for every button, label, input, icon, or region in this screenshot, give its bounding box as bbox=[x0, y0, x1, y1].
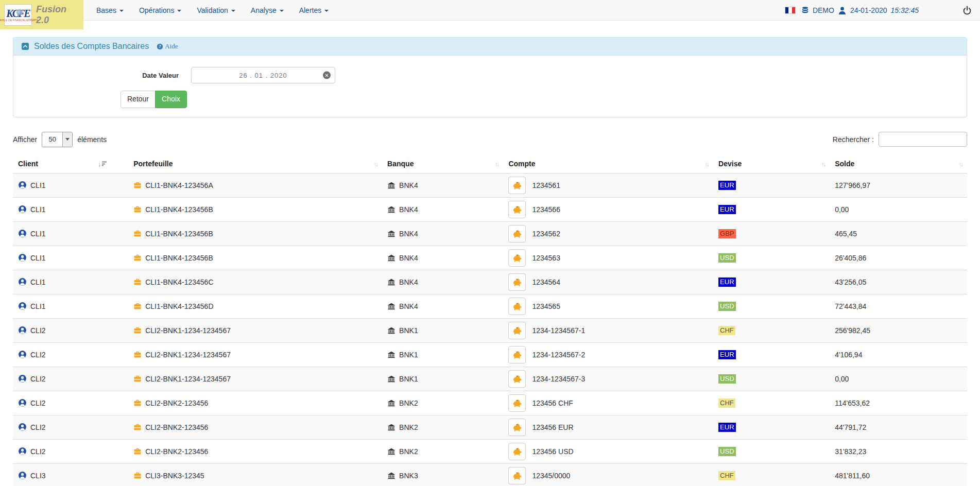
portefeuille-name: CLI1-BNK4-123456A bbox=[145, 181, 213, 189]
collapse-icon[interactable] bbox=[21, 42, 29, 50]
banque-cell: BNK4 bbox=[382, 221, 503, 246]
current-date: 24-01-2020 bbox=[850, 6, 887, 14]
power-icon[interactable] bbox=[962, 6, 972, 15]
balance-value: 26'405,86 bbox=[835, 254, 866, 262]
table-row: CLI1 CLI1-BNK4-123456B bbox=[13, 221, 967, 246]
briefcase-icon bbox=[133, 399, 142, 407]
banque-cell: BNK4 bbox=[382, 197, 503, 221]
user-circle-icon bbox=[18, 205, 27, 214]
account-detail-button[interactable] bbox=[508, 443, 526, 460]
bank-icon bbox=[387, 447, 396, 456]
account-detail-button[interactable] bbox=[508, 419, 526, 436]
menu-bases[interactable]: Bases bbox=[89, 0, 131, 21]
menu-alertes[interactable]: Alertes bbox=[291, 0, 337, 21]
user-circle-icon bbox=[18, 229, 27, 238]
briefcase-icon bbox=[133, 278, 142, 286]
page-size-select[interactable]: 50 bbox=[42, 132, 73, 147]
bank-icon bbox=[387, 399, 396, 407]
account-detail-button[interactable] bbox=[508, 273, 526, 291]
date-valeur-input[interactable] bbox=[191, 67, 335, 83]
account-detail-button[interactable] bbox=[508, 201, 526, 218]
column-header-solde[interactable]: Solde ↑↓ bbox=[830, 155, 967, 173]
account-detail-button[interactable] bbox=[508, 298, 526, 315]
user-circle-icon bbox=[18, 471, 27, 480]
sort-desc-icon: ↓ bbox=[98, 160, 107, 168]
banque-name: BNK2 bbox=[399, 399, 418, 407]
table-row: CLI2 CLI2-BNK1-1234-1234567 bbox=[13, 367, 967, 391]
menu-operations[interactable]: Opérations bbox=[131, 0, 189, 21]
banque-name: BNK2 bbox=[399, 447, 418, 456]
banque-cell: BNK1 bbox=[382, 367, 503, 391]
briefcase-icon bbox=[133, 472, 142, 480]
menu-analyse-label: Analyse bbox=[251, 6, 277, 14]
account-detail-button[interactable] bbox=[508, 322, 526, 339]
compte-cell: 1234561 bbox=[503, 173, 713, 197]
panel-header: Soldes des Comptes Bancaires ? Aide bbox=[13, 38, 967, 56]
account-number: 1234-1234567-2 bbox=[532, 351, 585, 359]
client-cell: CLI1 bbox=[13, 173, 128, 197]
account-detail-button[interactable] bbox=[508, 467, 526, 484]
accounts-table: Client ↓ Portefeuille ↑↓ Banque ↑↓ Compt… bbox=[13, 155, 967, 486]
client-cell: CLI2 bbox=[13, 439, 128, 463]
account-number: 1234564 bbox=[532, 278, 560, 286]
balance-value: 127'966,97 bbox=[835, 181, 870, 189]
column-header-client[interactable]: Client ↓ bbox=[13, 155, 128, 173]
balance-value: 4'106,94 bbox=[835, 351, 862, 359]
search-input[interactable] bbox=[879, 132, 967, 147]
portefeuille-name: CLI1-BNK4-123456C bbox=[145, 278, 213, 286]
piggy-bank-icon bbox=[512, 277, 522, 287]
piggy-bank-icon bbox=[512, 253, 522, 263]
show-label: Afficher bbox=[13, 135, 37, 144]
french-flag-icon[interactable] bbox=[785, 7, 796, 14]
banque-cell: BNK2 bbox=[382, 415, 503, 439]
account-detail-button[interactable] bbox=[508, 346, 526, 363]
search-control: Rechercher : bbox=[833, 132, 967, 147]
solde-cell: 72'443,84 bbox=[830, 294, 967, 318]
banque-cell: BNK4 bbox=[382, 270, 503, 294]
menu-analyse[interactable]: Analyse bbox=[243, 0, 291, 21]
bank-icon bbox=[387, 472, 396, 480]
column-header-compte[interactable]: Compte ↑↓ bbox=[503, 155, 713, 173]
column-header-devise[interactable]: Devise ↑↓ bbox=[713, 155, 830, 173]
page-title: Soldes des Comptes Bancaires bbox=[34, 42, 149, 51]
banque-cell: BNK4 bbox=[382, 246, 503, 270]
account-number: 123456 CHF bbox=[532, 399, 573, 407]
help-link[interactable]: ? Aide bbox=[157, 42, 178, 50]
account-detail-button[interactable] bbox=[508, 370, 526, 388]
column-label: Solde bbox=[835, 160, 854, 168]
table-row: CLI1 CLI1-BNK4-123456A bbox=[13, 173, 967, 197]
devise-cell: CHF bbox=[713, 391, 830, 415]
menu-validation[interactable]: Validation bbox=[189, 0, 243, 21]
client-cell: CLI1 bbox=[13, 270, 128, 294]
solde-cell: 256'982,45 bbox=[830, 318, 967, 342]
portefeuille-name: CLI1-BNK4-123456B bbox=[145, 205, 213, 214]
portefeuille-name: CLI1-BNK4-123456B bbox=[145, 254, 213, 262]
column-header-portefeuille[interactable]: Portefeuille ↑↓ bbox=[128, 155, 382, 173]
account-detail-button[interactable] bbox=[508, 225, 526, 242]
account-number: 123456 USD bbox=[532, 447, 573, 456]
piggy-bank-icon bbox=[512, 447, 522, 456]
navbar-right: DEMO 24-01-2020 15:32:45 bbox=[785, 0, 972, 21]
choix-button[interactable]: Choix bbox=[155, 91, 187, 108]
user-icon[interactable] bbox=[838, 6, 847, 15]
balance-value: 0,00 bbox=[835, 205, 849, 214]
account-detail-button[interactable] bbox=[508, 177, 526, 194]
client-cell: CLI2 bbox=[13, 415, 128, 439]
banque-name: BNK1 bbox=[399, 351, 418, 359]
bank-icon bbox=[387, 254, 396, 262]
brand-logo-area[interactable]: KCFE KAHN & CIE FINANCIAL EXPERTS Fusion… bbox=[0, 0, 83, 29]
banque-name: BNK3 bbox=[399, 472, 418, 480]
devise-cell: EUR bbox=[713, 342, 830, 367]
retour-button[interactable]: Retour bbox=[121, 91, 156, 108]
column-header-banque[interactable]: Banque ↑↓ bbox=[382, 155, 503, 173]
compte-cell: 1234563 bbox=[503, 246, 713, 270]
devise-cell: USD bbox=[713, 439, 830, 463]
account-detail-button[interactable] bbox=[508, 249, 526, 267]
clear-date-icon[interactable]: ✕ bbox=[323, 72, 331, 79]
svg-text:?: ? bbox=[159, 44, 161, 49]
bank-icon bbox=[387, 181, 396, 189]
piggy-bank-icon bbox=[512, 326, 522, 335]
select-chevron-icon bbox=[62, 132, 72, 147]
account-detail-button[interactable] bbox=[508, 394, 526, 412]
client-name: CLI1 bbox=[30, 302, 46, 310]
